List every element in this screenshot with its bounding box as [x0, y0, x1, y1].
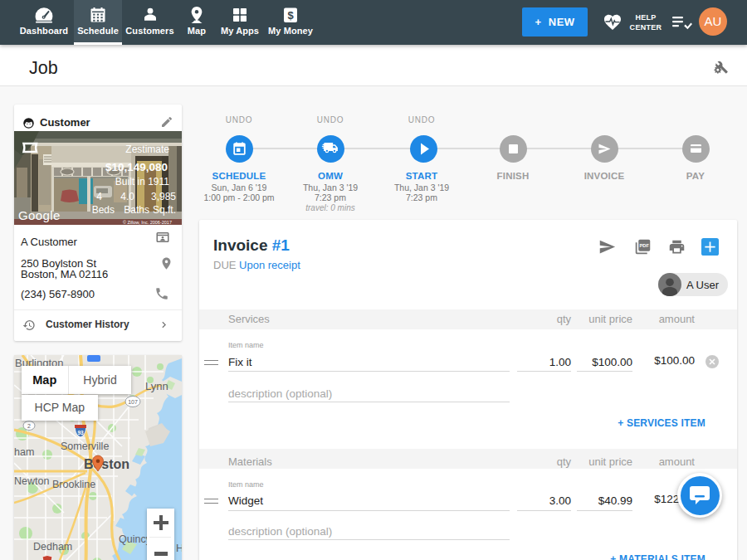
svg-text:$10,149,080: $10,149,080 — [105, 161, 168, 173]
svg-text:Boston: Boston — [84, 457, 129, 471]
svg-text:PDF: PDF — [640, 243, 650, 248]
svg-text:Somerville: Somerville — [61, 441, 109, 452]
svg-text:© Zillow, Inc. 2006-2017: © Zillow, Inc. 2006-2017 — [123, 220, 172, 225]
svg-text:Brookline: Brookline — [52, 479, 95, 490]
svg-text:2: 2 — [27, 423, 31, 429]
svg-text:Newton: Newton — [14, 475, 49, 487]
svg-text:Zestimate: Zestimate — [125, 144, 169, 155]
svg-text:Beds: Beds — [92, 204, 115, 216]
svg-text:Dedham: Dedham — [33, 541, 72, 553]
svg-text:Lynn: Lynn — [145, 380, 168, 392]
svg-text:3,985: 3,985 — [151, 191, 176, 202]
svg-text:Baths: Baths — [124, 204, 149, 216]
svg-text:4: 4 — [96, 191, 102, 202]
svg-text:107: 107 — [128, 399, 138, 405]
svg-text:ham: ham — [14, 446, 34, 458]
svg-text:Google: Google — [18, 208, 61, 222]
svg-text:$: $ — [287, 9, 294, 22]
svg-text:Hi: Hi — [176, 542, 182, 554]
svg-text:Built in 1911: Built in 1911 — [115, 176, 169, 187]
svg-text:4.0: 4.0 — [120, 191, 134, 202]
svg-text:93: 93 — [77, 430, 84, 436]
svg-text:Sq.ft.: Sq.ft. — [153, 204, 176, 216]
